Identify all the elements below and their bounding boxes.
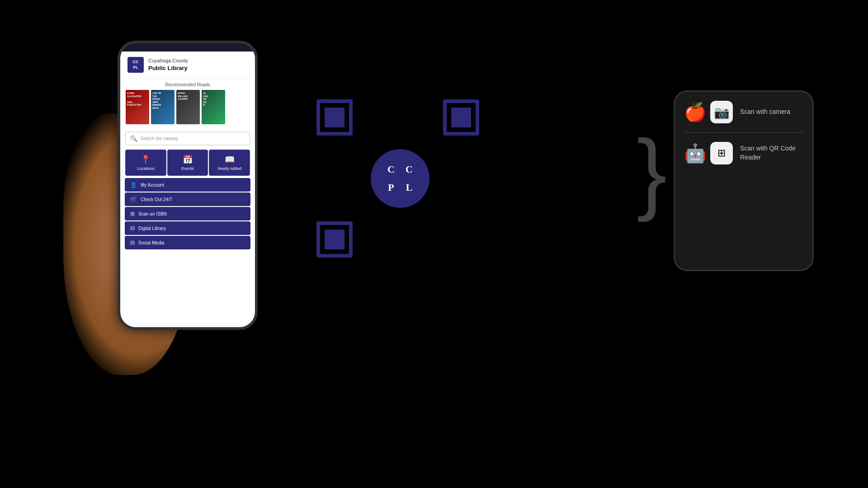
social-media-icon: ⊟	[130, 239, 135, 246]
newly-added-label: Newly Added	[217, 166, 241, 171]
qr-corner-bottom-left	[316, 221, 353, 258]
book-cover-2: LIFE ONTHEMISSIS-SIPPIRINKERBUCK	[151, 90, 175, 124]
download-instructions-card: 🍎 📷 Scan with camera 🤖 ⊞ Scan with QR Co…	[674, 90, 814, 271]
events-label: Events	[181, 166, 194, 171]
divider	[684, 132, 803, 133]
book-text-2: LIFE ONTHEMISSIS-SIPPIRINKERBUCK	[151, 90, 175, 111]
digital-library-icon: ⊟	[130, 225, 135, 231]
camera-icon: 📷	[710, 101, 733, 123]
phone-notch	[165, 43, 210, 52]
ccpl-letter-p: P	[382, 178, 400, 197]
locations-button[interactable]: 📍 Locations	[125, 150, 166, 176]
locations-label: Locations	[137, 166, 155, 171]
bracket-decoration: }	[637, 127, 667, 217]
app-header: CC PL Cuyahoga County Public Library	[120, 52, 255, 79]
checkout-icon: 🛒	[130, 196, 137, 202]
book-cover-4: JUGARGRUNFI	[202, 90, 225, 124]
ccpl-logo: CC PL	[127, 57, 144, 73]
ccpl-letter-c1: C	[382, 160, 400, 178]
my-account-menu-item[interactable]: 👤 My Account	[125, 178, 250, 192]
events-icon: 📅	[183, 155, 193, 164]
phone-screen: CC PL Cuyahoga County Public Library Rec…	[120, 52, 255, 327]
recommended-section: Recommended Reads KARINSLAUGHTERGIRL,FOR…	[120, 79, 255, 128]
digital-library-label: Digital Library	[138, 226, 166, 231]
search-bar[interactable]: 🔍 Search the catalog	[125, 131, 250, 145]
checkout-24-7-menu-item[interactable]: 🛒 Check Out 24/7	[125, 192, 250, 206]
locations-icon: 📍	[141, 155, 151, 164]
book-cover-1: KARINSLAUGHTERGIRL,FORGOTTEN	[126, 90, 149, 124]
apple-scan-text: Scan with camera	[740, 108, 790, 117]
book-text-1: KARINSLAUGHTERGIRL,FORGOTTEN	[126, 90, 149, 108]
ccpl-letter-l: L	[400, 178, 418, 197]
qr-corner-top-right	[443, 99, 479, 136]
social-media-menu-item[interactable]: ⊟ Social Media	[125, 236, 250, 249]
book-text-3: DIANA,WILLIAM,& HARRY	[176, 90, 200, 103]
newly-added-button[interactable]: 📖 Newly Added	[209, 150, 250, 176]
apple-icon: 🍎	[684, 102, 707, 123]
scan-isbn-menu-item[interactable]: ⊞ Scan an ISBN	[125, 207, 250, 221]
newly-added-icon: 📖	[225, 155, 235, 164]
qr-corner-top-left	[316, 99, 353, 136]
ccpl-circle-logo: C C P L	[371, 149, 429, 208]
search-icon: 🔍	[130, 135, 137, 142]
recommended-title: Recommended Reads	[126, 82, 250, 87]
phone-container: CC PL Cuyahoga County Public Library Rec…	[63, 23, 298, 375]
book-text-4: JUGARGRUNFI	[202, 90, 225, 108]
search-placeholder: Search the catalog	[140, 136, 178, 141]
scan-isbn-label: Scan an ISBN	[138, 211, 167, 216]
android-scan-text: Scan with QR Code Reader	[740, 144, 803, 162]
my-account-label: My Account	[141, 183, 164, 188]
action-buttons-row: 📍 Locations 📅 Events 📖 Newly Added	[125, 149, 250, 176]
books-row: KARINSLAUGHTERGIRL,FORGOTTEN LIFE ONTHEM…	[126, 90, 250, 124]
qr-reader-icon: ⊞	[710, 142, 733, 164]
ccpl-letter-c2: C	[400, 160, 418, 178]
app-title: Cuyahoga County Public Library	[148, 57, 188, 73]
android-download-section: 🤖 ⊞ Scan with QR Code Reader	[684, 142, 803, 164]
events-button[interactable]: 📅 Events	[167, 150, 208, 176]
social-media-label: Social Media	[138, 240, 164, 245]
menu-list: 👤 My Account 🛒 Check Out 24/7 ⊞ Scan an …	[120, 178, 255, 249]
book-cover-3: DIANA,WILLIAM,& HARRY	[176, 90, 200, 124]
android-icon: 🤖	[684, 143, 707, 164]
checkout-label: Check Out 24/7	[141, 197, 172, 202]
digital-library-menu-item[interactable]: ⊟ Digital Library	[125, 221, 250, 235]
my-account-icon: 👤	[130, 182, 137, 188]
scan-isbn-icon: ⊞	[130, 211, 135, 217]
apple-download-section: 🍎 📷 Scan with camera	[684, 101, 803, 123]
phone-frame: CC PL Cuyahoga County Public Library Rec…	[118, 41, 258, 330]
